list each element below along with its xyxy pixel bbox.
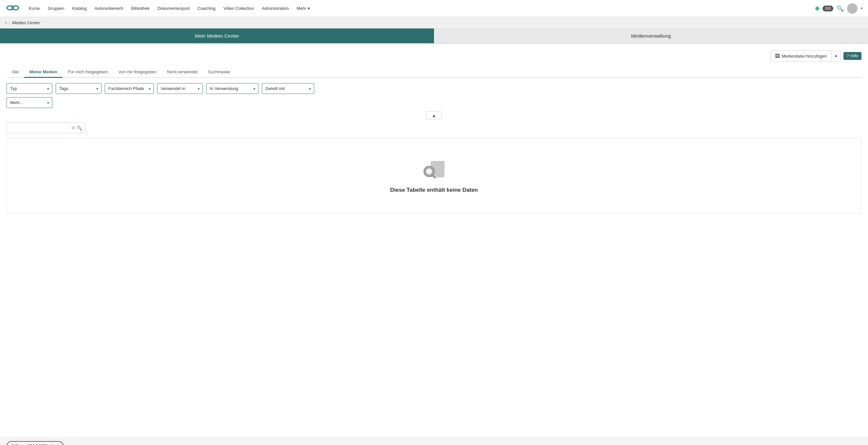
avatar[interactable] (847, 3, 858, 14)
collapse-row: ▲ (6, 111, 862, 120)
filter-verwendet-in-wrapper: Verwendet in (157, 83, 203, 94)
filter-typ[interactable]: Typ (6, 83, 52, 94)
search-clear-icon[interactable]: ⊗ (71, 125, 75, 131)
toolbar-row: 🖼 Mediendatei hinzufügen ▾ ? Hilfe (6, 51, 862, 62)
subtab-nicht-verwendet[interactable]: Nicht verwendet (162, 67, 203, 78)
dropdown-chevron-icon: ▾ (835, 54, 837, 59)
status-indicator (815, 6, 819, 10)
filter-geteilt-mit[interactable]: Geteilt mit (262, 83, 314, 94)
empty-state-icon (13, 158, 855, 182)
nav-dokumentenpool[interactable]: Dokumentenpool (154, 4, 193, 13)
nav-katalog[interactable]: Katalog (69, 4, 90, 13)
subtab-von-mir-freigegeben[interactable]: Von mir freigegeben (113, 67, 162, 78)
search-submit-icon[interactable]: 🔍 (76, 125, 82, 131)
add-media-dropdown-button[interactable]: ▾ (832, 51, 841, 62)
tab-medienverwaltung[interactable]: Medienverwaltung (434, 29, 868, 43)
score-badge: 0/0 (823, 6, 833, 11)
breadcrumb-separator: / (9, 20, 10, 25)
filter-typ-wrapper: Typ (6, 83, 52, 94)
sub-tabs: Alle Meine Medien Für mich freigegeben V… (6, 67, 862, 78)
filter-row-1: Typ Tags Fachbereich Pfade Verwendet in … (6, 83, 862, 94)
help-icon: ? (847, 54, 849, 58)
nav-video-collection[interactable]: Video Collection (220, 4, 257, 13)
filter-fachbereich-pfade-wrapper: Fachbereich Pfade (105, 83, 154, 94)
add-media-button[interactable]: 🖼 Mediendatei hinzufügen (770, 51, 832, 62)
search-row: ⊗ 🔍 (6, 122, 862, 133)
nav-mehr[interactable]: Mehr ▾ (293, 4, 314, 13)
bottom-status: 0 B von 304.8 MB belegt (0, 437, 868, 445)
mehr-chevron-icon: ▾ (308, 6, 310, 11)
filter-mehr[interactable]: Mehr... (6, 97, 52, 108)
subtab-fuer-mich-freigegeben[interactable]: Für mich freigegeben (63, 67, 113, 78)
main-content: 🖼 Mediendatei hinzufügen ▾ ? Hilfe Alle … (0, 44, 868, 437)
filter-tags-wrapper: Tags (56, 83, 101, 94)
nav-bibliothek[interactable]: Bibliothek (128, 4, 153, 13)
filter-geteilt-mit-wrapper: Geteilt mit (262, 83, 314, 94)
subtab-suchmaske[interactable]: Suchmaske (203, 67, 235, 78)
breadcrumb-current-page: Medien Center (12, 20, 40, 25)
filter-tags[interactable]: Tags (56, 83, 101, 94)
top-navigation: Kurse Gruppen Katalog Autorenbereich Bib… (0, 0, 868, 17)
topnav-right: 0/0 🔍 ▾ (815, 3, 863, 14)
filter-row-2: Mehr... (6, 97, 862, 108)
svg-point-4 (426, 168, 432, 174)
filter-in-verwendung[interactable]: In Verwendung (206, 83, 258, 94)
subtab-alle[interactable]: Alle (6, 67, 24, 78)
empty-table: Diese Tabelle enthält keine Daten (6, 138, 862, 213)
app-logo[interactable] (5, 0, 20, 17)
nav-autorenbereich[interactable]: Autorenbereich (91, 4, 127, 13)
filter-in-verwendung-wrapper: In Verwendung (206, 83, 258, 94)
collapse-button[interactable]: ▲ (426, 111, 442, 120)
breadcrumb: ‹ / Medien Center (0, 17, 868, 29)
nav-administration[interactable]: Administration (258, 4, 292, 13)
filter-fachbereich-pfade[interactable]: Fachbereich Pfade (105, 83, 154, 94)
filter-mehr-wrapper: Mehr... (6, 97, 52, 108)
subtab-meine-medien[interactable]: Meine Medien (24, 67, 63, 78)
tab-mein-medien-center[interactable]: Mein Medien Center (0, 29, 434, 43)
empty-table-text: Diese Tabelle enthält keine Daten (13, 187, 855, 193)
search-input[interactable] (9, 125, 71, 130)
avatar-chevron-icon[interactable]: ▾ (861, 6, 863, 10)
add-media-group: 🖼 Mediendatei hinzufügen ▾ (770, 51, 841, 62)
image-icon: 🖼 (775, 53, 780, 59)
chevron-up-icon: ▲ (432, 113, 436, 118)
global-search-button[interactable]: 🔍 (837, 5, 844, 12)
storage-label: 0 B von 304.8 MB belegt (6, 441, 63, 445)
nav-kurse[interactable]: Kurse (26, 4, 43, 13)
main-tabs: Mein Medien Center Medienverwaltung (0, 29, 868, 44)
nav-gruppen[interactable]: Gruppen (44, 4, 68, 13)
nav-coaching[interactable]: Coaching (194, 4, 219, 13)
search-input-wrapper: ⊗ 🔍 (6, 122, 85, 133)
breadcrumb-back-button[interactable]: ‹ (5, 20, 7, 26)
help-button[interactable]: ? Hilfe (843, 52, 862, 60)
filter-verwendet-in[interactable]: Verwendet in (157, 83, 203, 94)
